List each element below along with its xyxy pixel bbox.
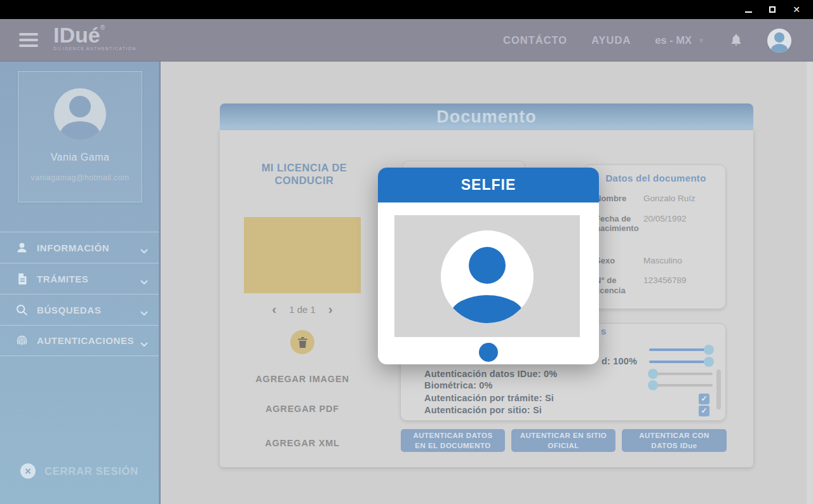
field-fecha-nacimiento: Fecha de nacimiento 20/05/1992	[595, 214, 716, 246]
close-button[interactable]: ✕	[791, 4, 802, 15]
document-image-preview[interactable]	[244, 217, 361, 293]
chevron-down-icon	[140, 245, 148, 250]
sidebar-divider	[159, 62, 161, 504]
field-label: N° de licencia	[595, 275, 641, 307]
profile-card: Vania Gama vaniagamag@hotmail.com	[18, 71, 142, 202]
nav-contacto[interactable]: CONTÁCTO	[503, 34, 567, 46]
auth-slider[interactable]	[649, 345, 713, 355]
app-header: IDué® DILIGENCE AUTHENTICATION CONTÁCTO …	[0, 19, 813, 62]
card-scrollbar-thumb[interactable]	[716, 369, 721, 409]
brand-tagline: DILIGENCE AUTHENTICATION	[53, 46, 136, 51]
field-label: Nombre	[595, 194, 641, 204]
auth-row-label: Autenticación datos IDue: 0%	[424, 369, 557, 379]
chevron-down-icon	[140, 307, 148, 312]
selfie-modal-header: SELFIE	[378, 168, 599, 202]
brand-name: IDué	[53, 23, 100, 47]
language-selector[interactable]: es - MX ▼	[655, 34, 705, 46]
document-name-title: MI LICENCIA DE CONDUCIR	[244, 162, 365, 187]
field-sexo: Sexo Masculino	[595, 256, 716, 266]
document-data-card: Datos del documento Nombre Gonzalo Ruíz …	[584, 164, 726, 309]
chevron-down-icon	[140, 276, 148, 281]
profile-name: Vania Gama	[18, 152, 142, 163]
minimize-button[interactable]	[743, 4, 753, 15]
profile-email: vaniagamag@hotmail.com	[18, 173, 142, 182]
auth-slider[interactable]	[649, 357, 713, 367]
authenticate-document-data-button[interactable]: AUTENTICAR DATOS EN EL DOCUMENTO	[401, 429, 505, 452]
logout-label: CERRAR SESIÓN	[44, 465, 138, 477]
sidebar-item-busquedas[interactable]: BÚSQUEDAS	[0, 294, 159, 325]
auth-row-label: Autenticación por sitio: Si	[424, 405, 542, 415]
document-icon	[15, 272, 29, 286]
sidebar-item-autenticaciones[interactable]: AUTENTICACIONES	[0, 325, 159, 356]
fingerprint-icon	[15, 334, 29, 347]
sidebar-item-informacion[interactable]: INFORMACIÓN	[0, 232, 159, 263]
add-pdf-button[interactable]: AGREGAR PDF	[238, 404, 367, 414]
hamburger-menu-icon[interactable]	[19, 33, 38, 50]
sidebar-menu: INFORMACIÓN TRÁMITES BÚSQUEDAS	[0, 232, 159, 356]
auth-checkbox-sitio[interactable]: ✓	[699, 406, 709, 416]
nav-ayuda[interactable]: AYUDA	[591, 34, 631, 46]
authentication-card-title: s	[601, 326, 606, 336]
sidebar-item-label: TRÁMITES	[37, 274, 88, 284]
selfie-modal-title: SELFIE	[461, 176, 516, 194]
search-icon	[15, 303, 29, 317]
page-scrollbar[interactable]	[807, 62, 813, 504]
brand-logo: IDué® DILIGENCE AUTHENTICATION	[53, 24, 136, 51]
auth-checkbox-tramite[interactable]: ✓	[699, 394, 709, 404]
auth-slider[interactable]	[649, 380, 713, 390]
field-value: Masculino	[641, 256, 682, 266]
prev-page-button[interactable]: ‹	[272, 303, 276, 315]
registered-mark: ®	[100, 24, 105, 31]
capture-selfie-button[interactable]	[479, 343, 498, 362]
field-value: 20/05/1992	[641, 214, 687, 246]
chevron-down-icon: ▼	[697, 36, 705, 45]
chevron-down-icon	[140, 338, 148, 343]
auth-row-label: d: 100%	[601, 356, 637, 366]
sidebar-item-label: INFORMACIÓN	[37, 242, 109, 253]
maximize-button[interactable]	[767, 4, 777, 15]
field-label: Sexo	[595, 256, 641, 266]
notifications-bell-icon[interactable]	[729, 33, 743, 48]
add-xml-button[interactable]: AGREGAR XML	[238, 438, 367, 448]
field-nombre: Nombre Gonzalo Ruíz	[595, 194, 716, 204]
selfie-preview-area	[394, 215, 580, 337]
authenticate-idue-data-button[interactable]: AUTENTICAR CON DATOS IDue	[622, 429, 727, 452]
field-label: Fecha de nacimiento	[595, 214, 641, 246]
selfie-modal: SELFIE	[378, 168, 599, 364]
field-numero-licencia: N° de licencia 123456789	[595, 275, 716, 307]
delete-image-button[interactable]	[290, 330, 314, 354]
sidebar: Vania Gama vaniagamag@hotmail.com INFORM…	[0, 62, 159, 504]
auth-row-label: Autenticación por trámite: Si	[424, 393, 554, 403]
logout-button[interactable]: ✕ CERRAR SESIÓN	[20, 463, 138, 479]
sidebar-item-label: BÚSQUEDAS	[37, 305, 101, 315]
titlebar: ✕	[0, 0, 813, 19]
profile-avatar-icon	[54, 88, 106, 140]
next-page-button[interactable]: ›	[328, 303, 333, 315]
auth-row-label: Biométrica: 0%	[424, 380, 493, 390]
document-card-header: Documento	[220, 103, 753, 130]
add-image-button[interactable]: AGREGAR IMAGEN	[238, 374, 367, 384]
pagination-label: 1 de 1	[289, 304, 316, 315]
close-circle-icon: ✕	[20, 463, 36, 479]
sidebar-item-label: AUTENTICACIONES	[37, 335, 134, 346]
language-value: es - MX	[655, 34, 692, 46]
user-avatar[interactable]	[767, 29, 791, 53]
field-value: 123456789	[641, 275, 687, 307]
sidebar-item-tramites[interactable]: TRÁMITES	[0, 263, 159, 294]
field-value: Gonzalo Ruíz	[641, 194, 695, 204]
selfie-avatar-icon	[441, 230, 534, 323]
authenticate-official-site-button[interactable]: AUTENTICAR EN SITIO OFICIAL	[511, 429, 615, 452]
auth-slider[interactable]	[649, 369, 713, 379]
pagination: ‹ 1 de 1 ›	[244, 303, 361, 315]
header-nav: CONTÁCTO AYUDA es - MX ▼	[503, 19, 813, 62]
trash-icon	[298, 337, 307, 348]
page-title: Documento	[436, 107, 537, 127]
person-icon	[15, 241, 29, 255]
document-data-title: Datos del documento	[595, 173, 716, 183]
